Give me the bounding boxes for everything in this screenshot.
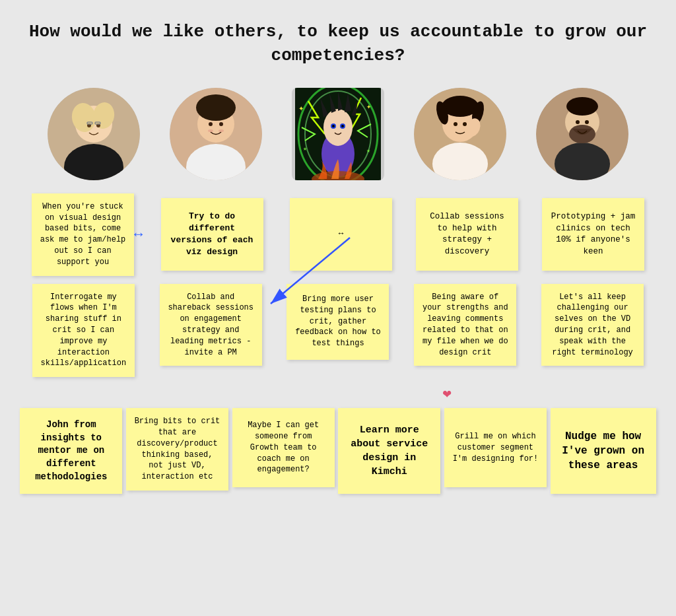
svg-point-16 — [219, 129, 224, 132]
note-r3n4: Learn more about service design in Kimch… — [338, 408, 440, 494]
note-r1n1: When you're stuck on visual design based… — [32, 193, 134, 276]
note-r2n4: Being aware of your strengths and leavin… — [414, 284, 516, 366]
svg-point-15 — [208, 129, 213, 132]
note-r1n2: Try to do different versions of each viz… — [161, 198, 263, 271]
notes-section: When you're stuck on visual design based… — [13, 193, 663, 494]
note-r1n5: Prototyping + jam clinics on tech 10% if… — [542, 198, 644, 271]
page-container: How would we like others, to keep us acc… — [0, 0, 676, 616]
avatars-row: ✦ ✦ ★ ★ — [13, 88, 663, 180]
svg-point-14 — [219, 122, 223, 126]
heart-symbol: ❤ — [20, 385, 656, 403]
note-r3n3: Maybe I can get someone from Growth team… — [232, 408, 335, 487]
note-r2n1: Interrogate my flows when I'm sharing st… — [32, 284, 135, 378]
note-r1n4: Collab sessions to help with strategy + … — [416, 198, 518, 271]
svg-point-44 — [576, 120, 580, 124]
note-r3n5: Grill me on which customer segment I'm d… — [444, 408, 547, 487]
svg-text:★: ★ — [303, 145, 307, 153]
svg-point-21 — [323, 109, 353, 146]
avatar-person2 — [170, 88, 262, 180]
avatar-person1 — [48, 88, 140, 180]
svg-text:✦: ✦ — [366, 102, 371, 112]
svg-point-11 — [196, 94, 236, 121]
svg-point-25 — [341, 125, 344, 127]
page-title: How would we like others, to keep us acc… — [13, 20, 663, 68]
svg-point-38 — [463, 122, 467, 126]
avatar-person4 — [414, 88, 506, 180]
avatar-person3: ✦ ✦ ★ ★ — [292, 88, 384, 180]
row3-notes: John from insights to mentor me on diffe… — [20, 408, 656, 494]
svg-line-48 — [271, 238, 350, 304]
note-r3n2: Bring bits to crit that are discovery/pr… — [126, 408, 228, 491]
note-r2n2: Collab and shareback sessions on engagem… — [160, 284, 262, 366]
svg-point-13 — [209, 122, 213, 126]
double-arrow-icon: ↔ — [134, 226, 143, 243]
avatar-person5 — [536, 88, 628, 180]
note-r3n6: Nudge me how I've grown on these areas — [551, 408, 656, 494]
svg-point-37 — [454, 122, 457, 126]
svg-text:★: ★ — [366, 147, 370, 154]
note-r2n5: Let's all keep challenging our selves on… — [541, 284, 644, 366]
svg-point-42 — [566, 97, 598, 116]
svg-text:✦: ✦ — [298, 103, 304, 114]
note-r3n1: John from insights to mentor me on diffe… — [20, 408, 122, 494]
svg-point-45 — [585, 120, 589, 124]
svg-point-24 — [332, 125, 335, 127]
